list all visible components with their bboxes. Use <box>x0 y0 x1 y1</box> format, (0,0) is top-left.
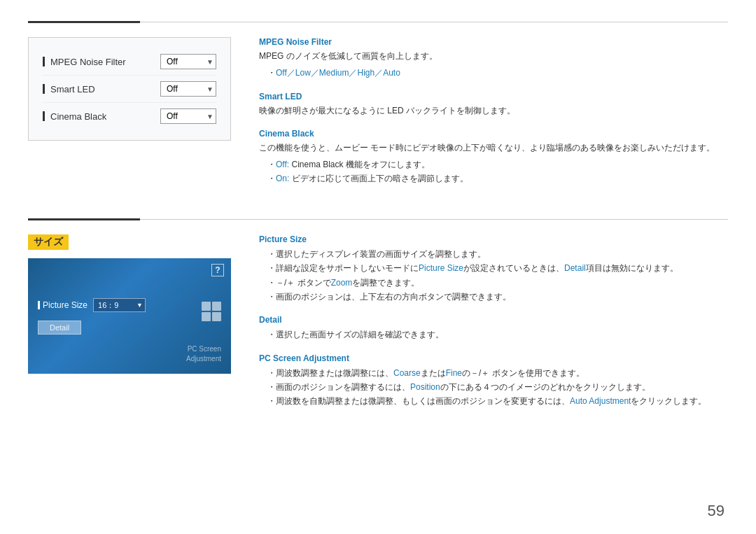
page-number: 59 <box>708 502 724 520</box>
desc-smart-led: Smart LED 映像の鮮明さが最大になるように LED バックライトを制御し… <box>259 92 728 118</box>
desc-cinema-black-item-1: On: ビデオに応じて画面上下の暗さを調節します。 <box>267 171 728 185</box>
smart-led-select[interactable]: Off On <box>160 81 216 97</box>
desc-cinema-black-item-0: Off: Cinema Black 機能をオフにします。 <box>267 157 728 171</box>
section-divider <box>28 218 728 220</box>
smart-led-select-wrapper[interactable]: Off On ▼ <box>160 81 216 97</box>
cinema-black-control: Off On ▼ <box>160 108 216 124</box>
desc-cinema-black-body: この機能を使うと、ムービー モード時にビデオ映像の上下が暗くなり、より臨場感のあ… <box>259 141 728 155</box>
setting-label-mpeg: MPEG Noise Filter <box>43 57 126 67</box>
section-divider-left <box>28 218 140 220</box>
desc-smart-led-body: 映像の鮮明さが最大になるように LED バックライトを制御します。 <box>259 104 728 118</box>
size-heading-area: サイズ ? Picture Size 16：9 <box>28 234 231 420</box>
desc-pc-screen-item-0: 周波数調整または微調整には、CoarseまたはFineの－/＋ ボタンを使用でき… <box>267 366 728 380</box>
size-heading: サイズ <box>28 234 69 250</box>
desc-mpeg-body: MPEG のノイズを低減して画質を向上します。 <box>259 50 728 63</box>
zoom-inline-highlight: Zoom <box>331 278 353 288</box>
grid-cell-1 <box>202 302 211 311</box>
picture-size-label-text: Picture Size <box>43 300 88 310</box>
desc-pc-screen: PC Screen Adjustment 周波数調整または微調整には、Coars… <box>259 353 728 409</box>
desc-picture-size-item-2: －/＋ ボタンでZoomを調整できます。 <box>267 276 728 290</box>
question-mark-icon[interactable]: ? <box>211 264 224 276</box>
mpeg-select-wrapper[interactable]: Off Low Medium High Auto ▼ <box>160 54 216 69</box>
size-preview-inner: ? Picture Size 16：9 4：3 Wide Zoom <box>28 258 231 374</box>
pc-screen-line2: Adjustment <box>186 355 221 363</box>
desc-panel-second: Picture Size 選択したディスプレイ装置の画面サイズを調整します。 詳… <box>259 234 728 420</box>
setting-row-smart-led: Smart LED Off On ▼ <box>43 76 216 103</box>
desc-detail-title: Detail <box>259 315 728 325</box>
setting-label-cinema-black: Cinema Black <box>43 111 106 122</box>
desc-picture-size-item-0: 選択したディスプレイ装置の画面サイズを調整します。 <box>267 247 728 261</box>
grid-cell-3 <box>202 312 211 321</box>
grid-cell-4 <box>212 312 221 321</box>
size-preview-box: ? Picture Size 16：9 4：3 Wide Zoom <box>28 258 231 374</box>
mpeg-select[interactable]: Off Low Medium High Auto <box>160 54 216 69</box>
detail-inline-highlight: Detail <box>564 263 586 273</box>
picture-size-select-wrapper[interactable]: 16：9 4：3 Wide Zoom Zoom Screen Fit ▼ <box>93 298 146 312</box>
settings-box: MPEG Noise Filter Off Low Medium High Au… <box>28 37 231 141</box>
section-divider-right <box>140 219 728 220</box>
picture-size-row: Picture Size 16：9 4：3 Wide Zoom Zoom Scr… <box>38 298 221 312</box>
description-panel-top: MPEG Noise Filter MPEG のノイズを低減して画質を向上します… <box>259 37 728 197</box>
picture-size-bar <box>38 301 40 309</box>
cinema-black-select[interactable]: Off On <box>160 108 216 124</box>
label-bar-smart-led <box>43 84 45 94</box>
desc-picture-size-title: Picture Size <box>259 234 728 244</box>
grid-icon <box>202 302 221 321</box>
auto-adj-highlight: Auto Adjustment <box>570 396 631 406</box>
mpeg-label-text: MPEG Noise Filter <box>50 57 126 67</box>
cinema-off-highlight: Off: <box>276 160 289 169</box>
settings-panel: MPEG Noise Filter Off Low Medium High Au… <box>28 37 231 197</box>
detail-button[interactable]: Detail <box>38 321 81 335</box>
page-container: MPEG Noise Filter Off Low Medium High Au… <box>0 0 756 534</box>
label-bar-mpeg <box>43 57 45 66</box>
desc-smart-led-title: Smart LED <box>259 92 728 101</box>
picture-size-inline-highlight: Picture Size <box>419 263 463 273</box>
desc-detail-list: 選択した画面サイズの詳細を確認できます。 <box>259 328 728 342</box>
second-section: サイズ ? Picture Size 16：9 <box>28 234 728 420</box>
detail-button-row: Detail <box>38 321 221 335</box>
grid-cell-2 <box>212 302 221 311</box>
smart-led-control: Off On ▼ <box>160 81 216 97</box>
desc-detail-item-0: 選択した画面サイズの詳細を確認できます。 <box>267 328 728 342</box>
cinema-black-select-wrapper[interactable]: Off On ▼ <box>160 108 216 124</box>
fine-highlight: Fine <box>446 368 462 378</box>
coarse-highlight: Coarse <box>393 368 421 378</box>
smart-led-label-text: Smart LED <box>50 84 95 94</box>
desc-mpeg-list: Off／Low／Medium／High／Auto <box>259 66 728 80</box>
setting-label-smart-led: Smart LED <box>43 84 95 94</box>
cinema-on-highlight: On: <box>276 174 289 183</box>
divider-left <box>28 21 140 23</box>
desc-picture-size-item-3: 画面のポジションは、上下左右の方向ボタンで調整できます。 <box>267 290 728 304</box>
mpeg-options-highlight: Off／Low／Medium／High／Auto <box>276 68 400 78</box>
desc-picture-size-item-1: 詳細な設定をサポートしないモードにPicture Sizeが設定されているときは… <box>267 261 728 275</box>
desc-mpeg-title: MPEG Noise Filter <box>259 37 728 47</box>
position-highlight: Position <box>410 382 440 392</box>
pc-screen-label: PC Screen Adjustment <box>186 344 221 364</box>
cinema-black-label-text: Cinema Black <box>50 111 106 122</box>
desc-picture-size: Picture Size 選択したディスプレイ装置の画面サイズを調整します。 詳… <box>259 234 728 304</box>
desc-cinema-black-list: Off: Cinema Black 機能をオフにします。 On: ビデオに応じて… <box>259 157 728 186</box>
pc-screen-line1: PC Screen <box>188 345 221 353</box>
main-content-top: MPEG Noise Filter Off Low Medium High Au… <box>28 37 728 197</box>
desc-mpeg: MPEG Noise Filter MPEG のノイズを低減して画質を向上します… <box>259 37 728 80</box>
desc-mpeg-list-item-0: Off／Low／Medium／High／Auto <box>267 66 728 80</box>
desc-picture-size-list: 選択したディスプレイ装置の画面サイズを調整します。 詳細な設定をサポートしないモ… <box>259 247 728 304</box>
desc-detail: Detail 選択した画面サイズの詳細を確認できます。 <box>259 315 728 342</box>
desc-cinema-black-title: Cinema Black <box>259 129 728 139</box>
desc-pc-screen-item-1: 画面のポジションを調整するには、Positionの下にある４つのイメージのどれか… <box>267 380 728 394</box>
desc-pc-screen-title: PC Screen Adjustment <box>259 353 728 363</box>
picture-size-select[interactable]: 16：9 4：3 Wide Zoom Zoom Screen Fit <box>93 298 146 312</box>
picture-size-label: Picture Size <box>38 300 88 310</box>
top-divider <box>28 0 728 23</box>
setting-row-mpeg: MPEG Noise Filter Off Low Medium High Au… <box>43 48 216 76</box>
setting-row-cinema-black: Cinema Black Off On ▼ <box>43 103 216 129</box>
desc-pc-screen-list: 周波数調整または微調整には、CoarseまたはFineの－/＋ ボタンを使用でき… <box>259 366 728 409</box>
label-bar-cinema-black <box>43 111 45 121</box>
mpeg-control: Off Low Medium High Auto ▼ <box>160 54 216 69</box>
divider-right <box>140 22 728 22</box>
desc-cinema-black: Cinema Black この機能を使うと、ムービー モード時にビデオ映像の上下… <box>259 129 728 186</box>
desc-pc-screen-item-2: 周波数を自動調整または微調整、もしくは画面のポジションを変更するには、Auto … <box>267 394 728 408</box>
